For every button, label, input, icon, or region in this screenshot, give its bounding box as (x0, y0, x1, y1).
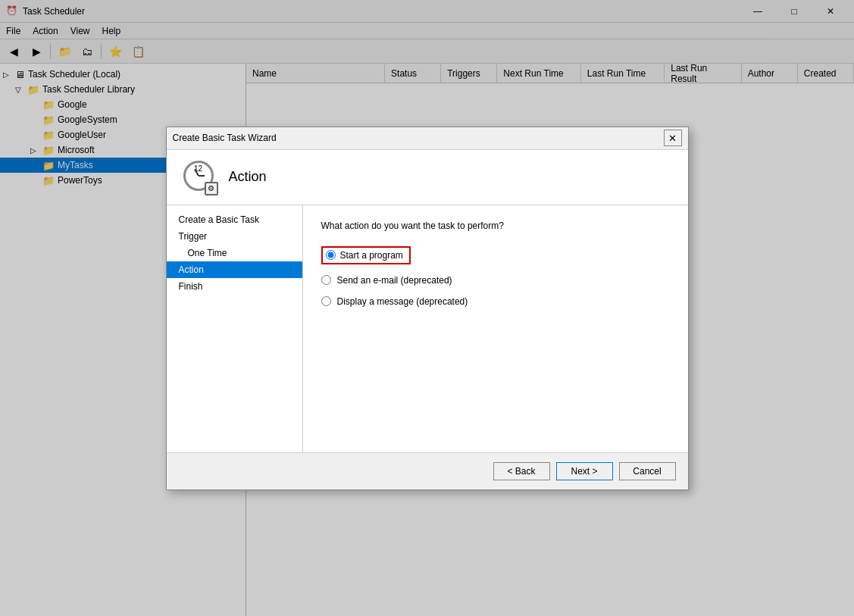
next-button[interactable]: Next > (556, 462, 613, 480)
dialog-title-bar: Create Basic Task Wizard ✕ (167, 127, 688, 150)
dialog-close-button[interactable]: ✕ (664, 130, 682, 146)
nav-finish[interactable]: Finish (167, 278, 302, 295)
dialog-header: 12 ⚙ Action (167, 150, 688, 205)
nav-one-time[interactable]: One Time (167, 245, 302, 261)
dialog-footer: < Back Next > Cancel (167, 452, 688, 489)
dialog-header-icon: 12 ⚙ (182, 159, 218, 195)
dialog-question: What action do you want the task to perf… (321, 220, 670, 231)
dialog-nav: Create a Basic Task Trigger One Time Act… (167, 205, 303, 452)
radio-send-email[interactable]: Send an e-mail (deprecated) (321, 274, 670, 287)
selected-option-box: Start a program (321, 246, 411, 264)
radio-input-display-message[interactable] (321, 296, 331, 306)
dialog-title: Create Basic Task Wizard (173, 133, 664, 143)
dialog-overlay: Create Basic Task Wizard ✕ 12 ⚙ Action (0, 0, 854, 616)
dialog-header-title: Action (229, 169, 267, 185)
radio-label-start-program: Start a program (340, 250, 403, 261)
radio-input-start-program[interactable] (326, 250, 336, 260)
dialog-content: What action do you want the task to perf… (303, 205, 688, 452)
radio-group: Start a program Send an e-mail (deprecat… (321, 245, 670, 308)
back-button[interactable]: < Back (493, 462, 550, 480)
radio-display-message[interactable]: Display a message (deprecated) (321, 295, 670, 308)
radio-label-send-email: Send an e-mail (deprecated) (337, 275, 452, 286)
nav-action[interactable]: Action (167, 261, 302, 278)
dialog-body: Create a Basic Task Trigger One Time Act… (167, 205, 688, 452)
nav-create-basic-task[interactable]: Create a Basic Task (167, 211, 302, 228)
nav-trigger[interactable]: Trigger (167, 228, 302, 245)
radio-input-send-email[interactable] (321, 275, 331, 285)
cancel-button[interactable]: Cancel (619, 462, 676, 480)
wizard-dialog: Create Basic Task Wizard ✕ 12 ⚙ Action (166, 127, 689, 490)
radio-label-display-message: Display a message (deprecated) (337, 296, 468, 307)
radio-start-program[interactable]: Start a program (321, 245, 670, 266)
